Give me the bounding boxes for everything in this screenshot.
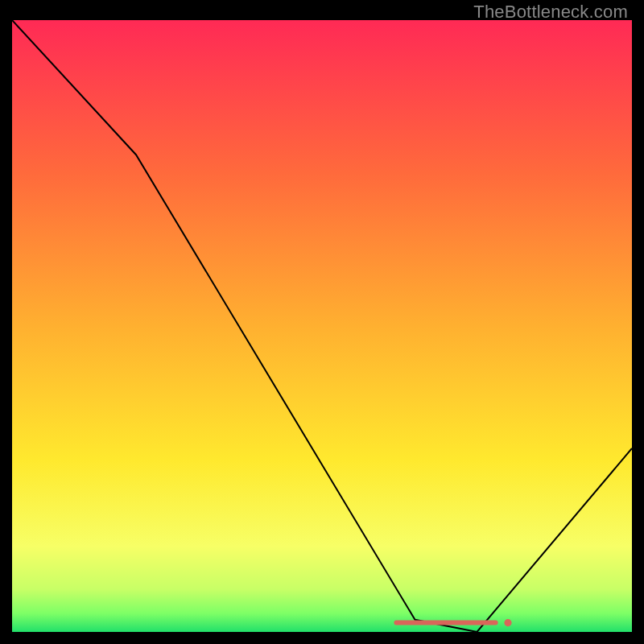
optimal-marker-dot: [504, 619, 511, 626]
optimal-marker-group: [396, 619, 511, 626]
chart-overlay: [12, 20, 632, 632]
plot-area: [12, 20, 632, 632]
bottleneck-curve: [12, 20, 632, 632]
attribution-label: TheBottleneck.com: [473, 2, 628, 23]
chart-container: TheBottleneck.com: [0, 0, 644, 644]
